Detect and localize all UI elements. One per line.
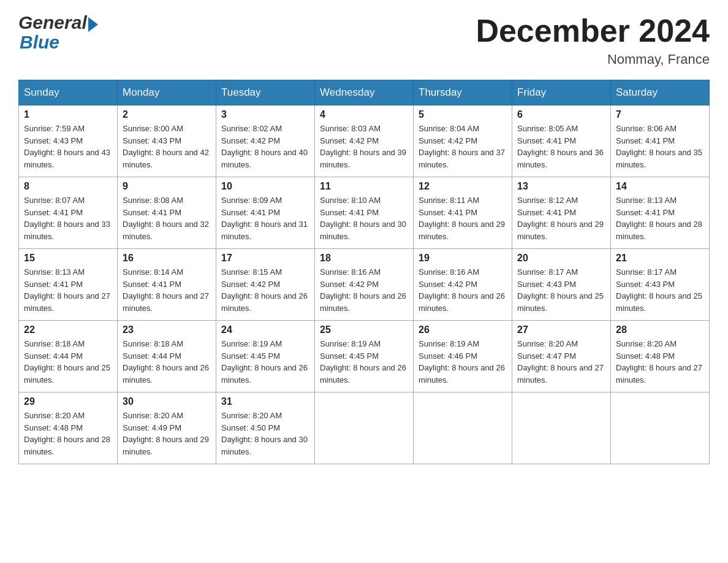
day-number: 1 <box>24 109 112 120</box>
day-info: Sunrise: 8:02 AM Sunset: 4:42 PM Dayligh… <box>221 123 309 170</box>
day-number: 21 <box>616 253 704 264</box>
day-info: Sunrise: 8:18 AM Sunset: 4:44 PM Dayligh… <box>24 338 112 386</box>
table-row: 11 Sunrise: 8:10 AM Sunset: 4:41 PM Dayl… <box>315 177 414 249</box>
day-number: 17 <box>221 253 309 264</box>
day-info: Sunrise: 8:19 AM Sunset: 4:46 PM Dayligh… <box>419 338 507 386</box>
table-row: 2 Sunrise: 8:00 AM Sunset: 4:43 PM Dayli… <box>118 105 216 177</box>
day-number: 11 <box>320 181 408 192</box>
day-number: 25 <box>320 324 408 335</box>
day-info: Sunrise: 8:11 AM Sunset: 4:41 PM Dayligh… <box>419 194 507 242</box>
day-number: 28 <box>616 324 704 335</box>
calendar-table: Sunday Monday Tuesday Wednesday Thursday… <box>18 80 710 464</box>
table-row: 25 Sunrise: 8:19 AM Sunset: 4:45 PM Dayl… <box>315 321 414 393</box>
day-info: Sunrise: 8:19 AM Sunset: 4:45 PM Dayligh… <box>320 338 408 386</box>
day-info: Sunrise: 8:06 AM Sunset: 4:41 PM Dayligh… <box>616 123 704 170</box>
table-row: 14 Sunrise: 8:13 AM Sunset: 4:41 PM Dayl… <box>611 177 710 249</box>
day-info: Sunrise: 8:17 AM Sunset: 4:43 PM Dayligh… <box>616 266 704 314</box>
table-row: 8 Sunrise: 8:07 AM Sunset: 4:41 PM Dayli… <box>19 177 118 249</box>
table-row: 15 Sunrise: 8:13 AM Sunset: 4:41 PM Dayl… <box>19 249 118 321</box>
table-row <box>315 393 414 464</box>
col-tuesday: Tuesday <box>216 80 315 105</box>
day-number: 13 <box>517 181 605 192</box>
table-row: 3 Sunrise: 8:02 AM Sunset: 4:42 PM Dayli… <box>216 105 315 177</box>
table-row: 30 Sunrise: 8:20 AM Sunset: 4:49 PM Dayl… <box>118 393 216 464</box>
calendar-week-row: 8 Sunrise: 8:07 AM Sunset: 4:41 PM Dayli… <box>19 177 710 249</box>
day-number: 9 <box>123 181 211 192</box>
day-number: 31 <box>221 396 309 407</box>
table-row: 23 Sunrise: 8:18 AM Sunset: 4:44 PM Dayl… <box>118 321 216 393</box>
table-row: 16 Sunrise: 8:14 AM Sunset: 4:41 PM Dayl… <box>118 249 216 321</box>
day-number: 15 <box>24 253 112 264</box>
day-info: Sunrise: 8:20 AM Sunset: 4:47 PM Dayligh… <box>517 338 605 386</box>
table-row: 9 Sunrise: 8:08 AM Sunset: 4:41 PM Dayli… <box>118 177 216 249</box>
col-thursday: Thursday <box>414 80 512 105</box>
day-info: Sunrise: 8:12 AM Sunset: 4:41 PM Dayligh… <box>517 194 605 242</box>
day-number: 29 <box>24 396 112 407</box>
day-number: 10 <box>221 181 309 192</box>
day-info: Sunrise: 8:13 AM Sunset: 4:41 PM Dayligh… <box>24 266 112 314</box>
day-number: 12 <box>419 181 507 192</box>
col-wednesday: Wednesday <box>315 80 414 105</box>
table-row: 13 Sunrise: 8:12 AM Sunset: 4:41 PM Dayl… <box>512 177 611 249</box>
table-row <box>611 393 710 464</box>
table-row: 21 Sunrise: 8:17 AM Sunset: 4:43 PM Dayl… <box>611 249 710 321</box>
table-row: 31 Sunrise: 8:20 AM Sunset: 4:50 PM Dayl… <box>216 393 315 464</box>
col-friday: Friday <box>512 80 611 105</box>
calendar-week-row: 29 Sunrise: 8:20 AM Sunset: 4:48 PM Dayl… <box>19 393 710 464</box>
day-number: 30 <box>123 396 211 407</box>
day-number: 23 <box>123 324 211 335</box>
day-info: Sunrise: 8:18 AM Sunset: 4:44 PM Dayligh… <box>123 338 211 386</box>
logo-general-text: General <box>18 12 87 33</box>
day-number: 16 <box>123 253 211 264</box>
col-saturday: Saturday <box>611 80 710 105</box>
calendar-week-row: 1 Sunrise: 7:59 AM Sunset: 4:43 PM Dayli… <box>19 105 710 177</box>
day-info: Sunrise: 8:04 AM Sunset: 4:42 PM Dayligh… <box>419 123 507 170</box>
location: Nommay, France <box>476 52 710 67</box>
table-row: 20 Sunrise: 8:17 AM Sunset: 4:43 PM Dayl… <box>512 249 611 321</box>
day-info: Sunrise: 8:20 AM Sunset: 4:48 PM Dayligh… <box>24 410 112 458</box>
table-row: 5 Sunrise: 8:04 AM Sunset: 4:42 PM Dayli… <box>414 105 512 177</box>
day-number: 14 <box>616 181 704 192</box>
table-row: 1 Sunrise: 7:59 AM Sunset: 4:43 PM Dayli… <box>19 105 118 177</box>
col-monday: Monday <box>118 80 216 105</box>
table-row: 18 Sunrise: 8:16 AM Sunset: 4:42 PM Dayl… <box>315 249 414 321</box>
table-row: 29 Sunrise: 8:20 AM Sunset: 4:48 PM Dayl… <box>19 393 118 464</box>
day-info: Sunrise: 8:03 AM Sunset: 4:42 PM Dayligh… <box>320 123 408 170</box>
day-number: 26 <box>419 324 507 335</box>
day-info: Sunrise: 8:14 AM Sunset: 4:41 PM Dayligh… <box>123 266 211 314</box>
page-header: General Blue December 2024 Nommay, Franc… <box>18 12 710 67</box>
day-info: Sunrise: 8:08 AM Sunset: 4:41 PM Dayligh… <box>123 194 211 242</box>
table-row: 27 Sunrise: 8:20 AM Sunset: 4:47 PM Dayl… <box>512 321 611 393</box>
day-info: Sunrise: 8:20 AM Sunset: 4:48 PM Dayligh… <box>616 338 704 386</box>
day-info: Sunrise: 8:20 AM Sunset: 4:50 PM Dayligh… <box>221 410 309 458</box>
day-info: Sunrise: 8:07 AM Sunset: 4:41 PM Dayligh… <box>24 194 112 242</box>
table-row: 4 Sunrise: 8:03 AM Sunset: 4:42 PM Dayli… <box>315 105 414 177</box>
day-number: 20 <box>517 253 605 264</box>
day-number: 4 <box>320 109 408 120</box>
day-number: 18 <box>320 253 408 264</box>
table-row: 19 Sunrise: 8:16 AM Sunset: 4:42 PM Dayl… <box>414 249 512 321</box>
day-number: 27 <box>517 324 605 335</box>
day-number: 2 <box>123 109 211 120</box>
day-info: Sunrise: 8:15 AM Sunset: 4:42 PM Dayligh… <box>221 266 309 314</box>
table-row: 26 Sunrise: 8:19 AM Sunset: 4:46 PM Dayl… <box>414 321 512 393</box>
day-info: Sunrise: 8:17 AM Sunset: 4:43 PM Dayligh… <box>517 266 605 314</box>
day-info: Sunrise: 8:16 AM Sunset: 4:42 PM Dayligh… <box>320 266 408 314</box>
title-section: December 2024 Nommay, France <box>476 12 710 67</box>
logo-triangle-icon <box>88 17 98 32</box>
day-info: Sunrise: 8:20 AM Sunset: 4:49 PM Dayligh… <box>123 410 211 458</box>
day-info: Sunrise: 8:19 AM Sunset: 4:45 PM Dayligh… <box>221 338 309 386</box>
logo: General Blue <box>18 12 98 53</box>
table-row: 12 Sunrise: 8:11 AM Sunset: 4:41 PM Dayl… <box>414 177 512 249</box>
col-sunday: Sunday <box>19 80 118 105</box>
table-row: 24 Sunrise: 8:19 AM Sunset: 4:45 PM Dayl… <box>216 321 315 393</box>
table-row <box>512 393 611 464</box>
day-number: 6 <box>517 109 605 120</box>
table-row: 17 Sunrise: 8:15 AM Sunset: 4:42 PM Dayl… <box>216 249 315 321</box>
table-row: 10 Sunrise: 8:09 AM Sunset: 4:41 PM Dayl… <box>216 177 315 249</box>
table-row <box>414 393 512 464</box>
day-info: Sunrise: 8:16 AM Sunset: 4:42 PM Dayligh… <box>419 266 507 314</box>
day-info: Sunrise: 8:00 AM Sunset: 4:43 PM Dayligh… <box>123 123 211 170</box>
logo-blue-text: Blue <box>20 32 59 53</box>
day-number: 5 <box>419 109 507 120</box>
